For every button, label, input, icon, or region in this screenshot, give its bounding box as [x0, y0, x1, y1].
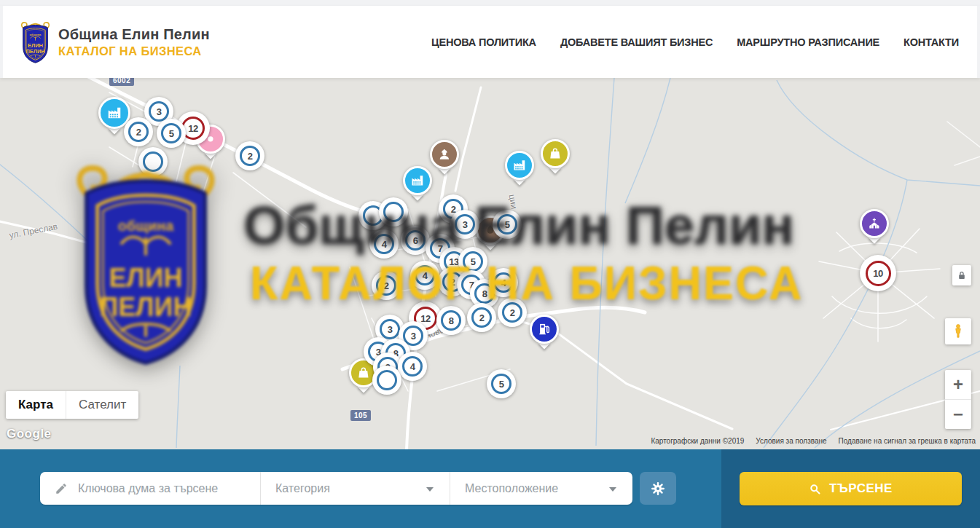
category-pin-factory[interactable]: [403, 166, 432, 195]
lock-control-button[interactable]: [952, 265, 971, 285]
map-type-map-button[interactable]: Карта: [6, 391, 66, 419]
cluster-marker-4[interactable]: 4: [369, 229, 399, 259]
attribution-copyright: Картографски данни ©2019: [651, 437, 744, 445]
search-bar: Категория Местоположение: [0, 449, 980, 528]
category-pin-worker[interactable]: [430, 140, 459, 169]
svg-text:ЕЛИН: ЕЛИН: [28, 42, 43, 48]
cluster-marker-4[interactable]: 4: [489, 268, 518, 297]
site-title: Община Елин Пелин: [58, 26, 210, 43]
category-pin-fuel[interactable]: [530, 315, 559, 344]
category-dropdown-value: Категория: [275, 482, 330, 495]
category-dropdown[interactable]: Категория: [261, 472, 450, 505]
municipality-crest-icon: общинаЕЛИНПЕЛИН: [18, 20, 52, 64]
pegman-streetview-button[interactable]: [945, 318, 971, 344]
cluster-marker-5[interactable]: 5: [157, 119, 186, 148]
map-canvas[interactable]: ул. Преславбул. „Новоселции 6002105 3212…: [0, 78, 980, 449]
road-badge: 6002: [109, 78, 134, 86]
lock-icon: [957, 270, 967, 280]
cluster-marker-4[interactable]: 4: [398, 352, 427, 381]
category-pin-factory[interactable]: [505, 151, 534, 180]
zoom-control: + −: [945, 370, 971, 429]
search-fields-group: Категория Местоположение: [40, 472, 632, 505]
svg-text:ПЕЛИН: ПЕЛИН: [26, 47, 44, 54]
cluster-marker-5[interactable]: 5: [487, 369, 516, 398]
google-logo[interactable]: Google: [7, 427, 52, 441]
keyword-search-input[interactable]: [78, 482, 260, 495]
location-dropdown-value: Местоположение: [465, 482, 558, 495]
cluster-marker-2[interactable]: 2: [372, 271, 401, 300]
cluster-marker[interactable]: [138, 147, 168, 176]
cluster-marker-8[interactable]: 8: [436, 306, 466, 335]
map-attribution: Картографски данни ©2019 Условия за полз…: [651, 437, 976, 445]
search-button-label: ТЪРСЕНЕ: [829, 481, 893, 496]
category-pin-bag[interactable]: [541, 139, 570, 168]
chevron-down-icon: [609, 487, 616, 492]
cluster-marker-2[interactable]: 2: [124, 117, 153, 146]
gear-icon: [650, 481, 666, 497]
page-top-strip: [0, 0, 980, 6]
report-map-error-link[interactable]: Подаване на сигнал за грешка в картата: [839, 437, 976, 445]
cluster-marker-2[interactable]: 2: [235, 141, 264, 170]
zoom-in-button[interactable]: +: [945, 370, 971, 400]
pencil-icon: [55, 482, 68, 495]
location-dropdown[interactable]: Местоположение: [450, 472, 632, 505]
cluster-marker-5[interactable]: 5: [493, 210, 522, 239]
cluster-marker-10[interactable]: 10: [860, 255, 896, 291]
nav-item[interactable]: ДОБАВЕТЕ ВАШИЯТ БИЗНЕС: [560, 36, 713, 48]
road-badge: 105: [350, 410, 371, 421]
terms-of-use-link[interactable]: Условия за ползване: [756, 437, 826, 445]
search-button[interactable]: ТЪРСЕНЕ: [740, 472, 962, 505]
search-icon: [809, 483, 821, 495]
category-pin-church[interactable]: [860, 209, 889, 238]
cluster-marker-3[interactable]: 3: [450, 210, 479, 239]
cluster-marker[interactable]: [379, 197, 408, 226]
site-header: общинаЕЛИНПЕЛИН Община Елин Пелин КАТАЛО…: [0, 6, 980, 78]
page: общинаЕЛИНПЕЛИН Община Елин Пелин КАТАЛО…: [0, 0, 980, 528]
site-logo-link[interactable]: общинаЕЛИНПЕЛИН Община Елин Пелин КАТАЛО…: [18, 20, 210, 64]
cluster-marker-2[interactable]: 2: [498, 298, 527, 327]
map-type-control: Карта Сателит: [6, 391, 138, 419]
svg-text:община: община: [30, 32, 42, 36]
cluster-marker-2[interactable]: 2: [467, 303, 496, 332]
cluster-marker-4[interactable]: 4: [410, 261, 439, 290]
cluster-marker[interactable]: [372, 366, 401, 395]
chevron-down-icon: [426, 487, 434, 492]
nav-item[interactable]: ЦЕНОВА ПОЛИТИКА: [431, 36, 536, 48]
keyword-field-section: [40, 472, 261, 505]
main-nav: ЦЕНОВА ПОЛИТИКАДОБАВЕТЕ ВАШИЯТ БИЗНЕСМАР…: [431, 36, 959, 48]
map-type-satellite-button[interactable]: Сателит: [66, 391, 138, 419]
pegman-icon: [950, 323, 966, 339]
nav-item[interactable]: КОНТАКТИ: [903, 36, 959, 48]
advanced-search-settings-button[interactable]: [640, 472, 676, 505]
site-subtitle: КАТАЛОГ НА БИЗНЕСА: [58, 44, 210, 58]
nav-item[interactable]: МАРШРУТНО РАЗПИСАНИЕ: [737, 36, 879, 48]
brand-text: Община Елин Пелин КАТАЛОГ НА БИЗНЕСА: [58, 26, 210, 58]
zoom-out-button[interactable]: −: [945, 400, 971, 429]
